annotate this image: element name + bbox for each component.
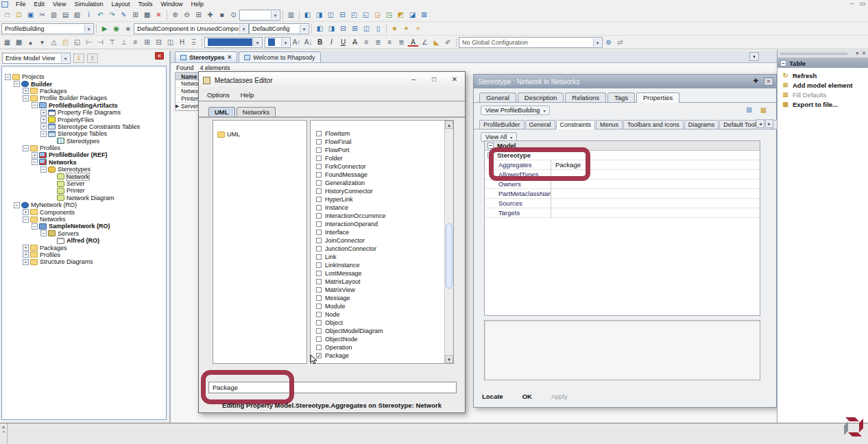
expand-toggle-icon[interactable] [23,88,29,94]
copy-icon[interactable]: ▥ [48,10,60,20]
metaclass-checkbox[interactable] [316,295,322,301]
metaclass-checkbox[interactable] [316,172,322,177]
metaclass-item[interactable]: FoundMessage [311,171,453,179]
fill-color-icon[interactable]: ◣ [431,37,442,47]
arrange-icons-icon[interactable]: ⊞ [349,23,361,34]
dialog-title-bar[interactable]: Metaclasses Editor – □ ✕ [199,72,465,88]
expand-toggle-icon[interactable] [40,116,47,123]
save-icon[interactable]: ▣ [25,10,36,20]
snap-to-grid-icon[interactable]: ▩ [13,37,25,47]
expand-toggle-icon[interactable] [487,143,494,149]
chevron-down-icon[interactable]: ▾ [84,25,93,33]
collapse-toggle-icon[interactable] [780,60,786,66]
increase-font-icon[interactable]: A↑ [291,37,302,47]
align-text-center-icon[interactable]: ≣ [372,37,384,47]
scroll-right-icon[interactable]: ▸ [765,119,773,128]
expand-toggle-icon[interactable] [40,230,47,236]
menu-item[interactable]: Simulation [70,1,107,8]
list-scrollbar[interactable]: ▲ ▼ [444,121,453,363]
metaclass-checkbox[interactable] [316,345,322,350]
chevron-down-icon[interactable]: ▾ [593,38,601,47]
property-value[interactable]: Package [551,161,760,169]
property-row[interactable]: PartMetaclassName [485,189,760,199]
restore-button[interactable]: ▭ [859,0,865,7]
scrollbar-thumb[interactable] [446,223,453,288]
expand-toggle-icon[interactable] [32,152,38,158]
line-angle-icon[interactable]: ∠ [419,37,431,47]
expand-toggle-icon[interactable] [40,166,47,173]
sequence-diagram-icon[interactable]: ◨ [313,10,325,20]
align-text-left-icon[interactable]: ≡ [361,37,372,47]
subject-tab[interactable]: Diagrams [684,120,719,129]
feature-tab[interactable]: General [479,92,516,102]
metaclass-item[interactable]: ObjectModelDiagram [311,327,453,335]
tree-item[interactable]: Stereotypes [2,138,166,145]
menu-item[interactable]: Help [235,91,260,99]
decrease-font-icon[interactable]: A↓ [302,37,314,47]
feature-tab[interactable]: Properties [636,92,679,103]
subject-tab[interactable]: ProfileBuilder [479,120,525,129]
metaclass-item[interactable]: Instance [311,204,453,212]
browser-view-combo[interactable]: Entire Model View ▾ [2,53,71,64]
chevron-down-icon[interactable]: ▾ [61,54,69,62]
maximize-button[interactable]: □ [424,72,444,87]
menu-item[interactable]: View [49,1,70,8]
grid-root-row[interactable]: Model [485,141,760,151]
metaclass-checkbox[interactable] [316,271,322,276]
log-detach-icon[interactable]: ▪ [0,430,7,434]
tree-item[interactable]: UML [217,130,306,138]
strikethrough-icon[interactable]: A [349,37,361,47]
metaclass-item[interactable]: Operation [311,343,453,352]
tree-item[interactable]: Stereotype Constraints Tables [2,123,166,130]
metaclass-item[interactable]: HistoryConnector [311,187,453,195]
expand-toggle-icon[interactable] [40,123,47,130]
metaclass-item[interactable]: InteractionOccurrence [311,212,453,220]
zoom-in-icon[interactable]: ⊕ [169,10,181,20]
image-icon[interactable]: ▩ [141,10,153,20]
expand-toggle-icon[interactable] [40,110,47,116]
tree-item[interactable]: Builder [2,80,166,87]
close-button[interactable]: ✕ [764,77,773,86]
chevron-down-icon[interactable]: ▾ [253,38,261,47]
browser-close-button[interactable]: ✕ [155,52,164,60]
subject-tab[interactable]: Constraints [556,120,596,130]
metaclass-checkbox[interactable] [316,205,322,210]
subject-tab[interactable]: Menus [596,120,623,129]
align-bottom-icon[interactable]: ⊥ [118,37,130,47]
property-row[interactable]: Aggregates Package [485,160,760,170]
tree-item[interactable]: Packages [2,88,166,95]
description-panel[interactable] [484,320,760,380]
align-left-icon[interactable]: ⊢ [83,37,95,47]
dialog-button[interactable]: Apply [548,391,570,402]
zoom-out-icon[interactable]: ⊖ [181,10,193,20]
format-painter-icon[interactable]: ▧ [71,10,83,20]
tree-item[interactable]: Packages [2,244,166,251]
metaclass-checkbox[interactable] [316,312,322,317]
metaclass-item[interactable]: Interface [311,228,453,236]
metaclass-item[interactable]: Node [311,310,453,319]
tree-item[interactable]: Networks [2,159,166,166]
open-icon[interactable]: ⊡ [13,10,25,20]
chevron-down-icon[interactable]: ▾ [281,38,289,47]
new-file-icon[interactable]: □ [1,10,13,20]
feature-tab[interactable]: Tags [607,92,635,102]
locate-up-button[interactable]: ⇧ [87,53,98,63]
font-size-combo[interactable]: ▾ [265,37,291,48]
metaclass-item[interactable]: Generalization [311,179,453,187]
chevron-down-icon[interactable]: ▾ [239,25,248,33]
bring-to-front-icon[interactable]: ▴ [25,37,36,47]
metaclass-item[interactable]: MatrixLayout [311,278,453,286]
select-arrow-icon[interactable]: △ [48,37,60,47]
align-text-right-icon[interactable]: ≡ [384,37,396,47]
tile-horizontal-icon[interactable]: ◧ [314,23,326,34]
metaclass-item[interactable]: JoinConnector [311,236,453,245]
cascade-icon[interactable]: ⊟ [337,23,349,34]
tree-item[interactable]: ProfileBuilder (REF) [2,151,166,158]
document-tab[interactable]: Stereotypes ✕ [175,51,237,62]
metaclass-checkbox[interactable] [316,197,322,202]
flow-diagram-icon[interactable]: ◪ [407,10,418,20]
edit-icon[interactable]: ✎ [118,10,130,20]
tab-close-icon[interactable]: ✕ [228,54,232,60]
sync-icon[interactable]: ⇄ [614,37,626,47]
expand-toggle-icon[interactable] [23,245,29,251]
